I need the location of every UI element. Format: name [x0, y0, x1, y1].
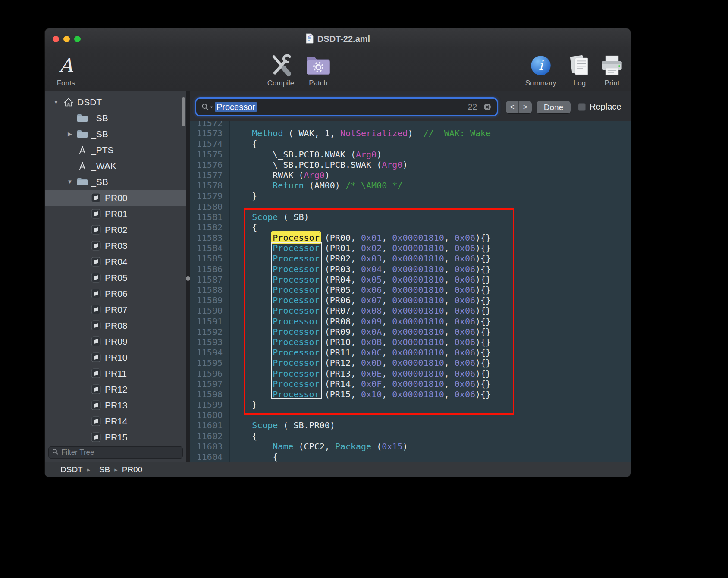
code-line: 11588 Processor (PR05, 0x06, 0x00001810,… — [190, 285, 631, 295]
code-token: 0x06 — [455, 232, 475, 243]
sidebar-item-pr00[interactable]: PR00 — [45, 190, 186, 206]
find-next-button[interactable]: > — [519, 101, 532, 113]
clear-search-button[interactable] — [483, 103, 492, 111]
code-text[interactable]: Processor (PR15, 0x10, 0x00001810, 0x06)… — [226, 389, 491, 399]
code-text[interactable]: Processor (PR00, 0x01, 0x00001810, 0x06)… — [226, 232, 491, 243]
print-button[interactable]: Print — [598, 51, 626, 89]
code-token: , — [444, 274, 455, 285]
code-text[interactable]: Processor (PR04, 0x05, 0x00001810, 0x06)… — [226, 274, 491, 285]
window-titlebar[interactable]: DSDT-22.aml — [45, 28, 631, 50]
code-text[interactable]: { — [226, 138, 257, 149]
sidebar-item-pr05[interactable]: PR05 — [45, 270, 186, 286]
filter-tree-input[interactable] — [61, 448, 179, 457]
line-number: 11603 — [190, 441, 226, 452]
sidebar-item-pr08[interactable]: PR08 — [45, 317, 186, 333]
sidebar-item-sb[interactable]: ▼_SB — [45, 174, 186, 190]
code-text[interactable]: } — [226, 399, 257, 410]
done-button[interactable]: Done — [537, 101, 571, 113]
code-text[interactable] — [226, 410, 231, 420]
code-text[interactable]: Processor (PR09, 0x0A, 0x00001810, 0x06)… — [226, 327, 491, 337]
code-text[interactable]: Scope (_SB) — [226, 212, 309, 222]
sidebar-item-pr12[interactable]: PR12 — [45, 381, 186, 397]
sidebar-item-pr09[interactable]: PR09 — [45, 333, 186, 349]
code-text[interactable]: Processor (PR12, 0x0D, 0x00001810, 0x06)… — [226, 358, 491, 368]
code-text[interactable]: { — [226, 452, 278, 462]
code-text[interactable]: \_SB.PCI0.LPCB.SWAK (Arg0) — [226, 160, 408, 170]
code-text[interactable] — [226, 121, 231, 128]
code-text[interactable]: Method (_WAK, 1, NotSerialized) // _WAK:… — [226, 128, 491, 138]
sidebar-item-pr07[interactable]: PR07 — [45, 302, 186, 317]
sidebar-item-pr04[interactable]: PR04 — [45, 254, 186, 270]
code-text[interactable]: Processor (PR06, 0x07, 0x00001810, 0x06)… — [226, 295, 491, 305]
find-query[interactable]: Processor — [215, 102, 257, 112]
fonts-button[interactable]: A Fonts — [52, 51, 80, 89]
breadcrumb-item[interactable]: _SB — [94, 465, 110, 474]
code-token: (PR06, — [320, 295, 361, 305]
sidebar-item-sb[interactable]: _SB — [45, 110, 186, 126]
line-number: 11604 — [190, 452, 226, 462]
summary-button[interactable]: i Summary — [521, 51, 561, 89]
replace-checkbox[interactable] — [578, 103, 586, 111]
zoom-window-button[interactable] — [74, 36, 81, 42]
code-text[interactable]: Processor (PR07, 0x08, 0x00001810, 0x06)… — [226, 305, 491, 316]
filter-tree-field[interactable] — [48, 446, 183, 459]
compile-button[interactable]: Compile — [260, 51, 301, 89]
log-button[interactable]: Log — [566, 51, 593, 89]
find-previous-button[interactable]: < — [506, 101, 519, 113]
code-text[interactable]: Return (AM00) /* \AM00 */ — [226, 180, 402, 191]
sidebar-item-wak[interactable]: _WAK — [45, 158, 186, 174]
code-text[interactable]: Scope (_SB.PR00) — [226, 420, 335, 430]
search-icon[interactable] — [201, 103, 213, 111]
code-text[interactable]: { — [226, 431, 257, 441]
code-token — [231, 295, 273, 305]
sidebar-item-pr01[interactable]: PR01 — [45, 206, 186, 222]
disclosure-triangle-icon[interactable]: ▼ — [53, 99, 60, 105]
sidebar-item-pr10[interactable]: PR10 — [45, 349, 186, 365]
code-text[interactable]: } — [226, 191, 257, 201]
code-line: 11582 { — [190, 222, 631, 232]
code-token: RWAK ( — [231, 170, 304, 180]
code-text[interactable]: Processor (PR03, 0x04, 0x00001810, 0x06)… — [226, 264, 491, 274]
sidebar-item-pr02[interactable]: PR02 — [45, 222, 186, 238]
breadcrumb-item[interactable]: PR00 — [122, 465, 143, 474]
patch-button[interactable]: Patch — [303, 51, 334, 89]
sidebar-item-pr11[interactable]: PR11 — [45, 365, 186, 381]
line-number: 11593 — [190, 337, 226, 347]
sidebar-item-pr14[interactable]: PR14 — [45, 413, 186, 429]
scope-icon — [90, 352, 102, 362]
scope-icon — [90, 368, 102, 378]
sidebar-item-sb[interactable]: ▶_SB — [45, 126, 186, 142]
sidebar-item-pr13[interactable]: PR13 — [45, 397, 186, 413]
sidebar-item-pr03[interactable]: PR03 — [45, 238, 186, 254]
code-text[interactable]: Processor (PR10, 0x0B, 0x00001810, 0x06)… — [226, 337, 491, 347]
code-text[interactable]: \_SB.PCI0.NWAK (Arg0) — [226, 149, 382, 160]
code-text[interactable]: Processor (PR11, 0x0C, 0x00001810, 0x06)… — [226, 347, 491, 358]
sidebar-item-pts[interactable]: _PTS — [45, 142, 186, 158]
code-text[interactable]: { — [226, 222, 257, 232]
code-token: 0x15 — [382, 441, 402, 452]
disclosure-triangle-icon[interactable]: ▼ — [66, 179, 73, 185]
code-text[interactable]: Name (CPC2, Package (0x15) — [226, 441, 408, 452]
breadcrumb-item[interactable]: DSDT — [60, 465, 83, 474]
sidebar-item-dsdt[interactable]: ▼DSDT — [45, 94, 186, 110]
minimize-window-button[interactable] — [63, 36, 70, 42]
code-editor[interactable]: 1157211573 Method (_WAK, 1, NotSerialize… — [190, 121, 631, 462]
sidebar-item-pr06[interactable]: PR06 — [45, 286, 186, 302]
disclosure-triangle-icon[interactable]: ▶ — [66, 131, 73, 137]
split-divider[interactable] — [186, 91, 190, 462]
close-window-button[interactable] — [53, 36, 59, 42]
code-text[interactable]: RWAK (Arg0) — [226, 170, 330, 180]
code-text[interactable]: Processor (PR13, 0x0E, 0x00001810, 0x06)… — [226, 368, 491, 379]
code-text[interactable]: Processor (PR01, 0x02, 0x00001810, 0x06)… — [226, 243, 491, 253]
code-text[interactable]: Processor (PR08, 0x09, 0x00001810, 0x06)… — [226, 316, 491, 327]
code-token: 0x00001810 — [392, 285, 444, 295]
sidebar-scrollbar-thumb[interactable] — [182, 97, 185, 126]
code-text[interactable]: Processor (PR14, 0x0F, 0x00001810, 0x06)… — [226, 379, 491, 389]
code-text[interactable]: Processor (PR05, 0x06, 0x00001810, 0x06)… — [226, 285, 491, 295]
code-token: Arg0 — [304, 170, 325, 180]
code-token: ){} — [475, 253, 491, 264]
code-text[interactable]: Processor (PR02, 0x03, 0x00001810, 0x06)… — [226, 253, 491, 264]
find-search-field[interactable]: Processor 22 — [196, 99, 497, 115]
code-text[interactable] — [226, 201, 231, 212]
sidebar-item-pr15[interactable]: PR15 — [45, 429, 186, 445]
